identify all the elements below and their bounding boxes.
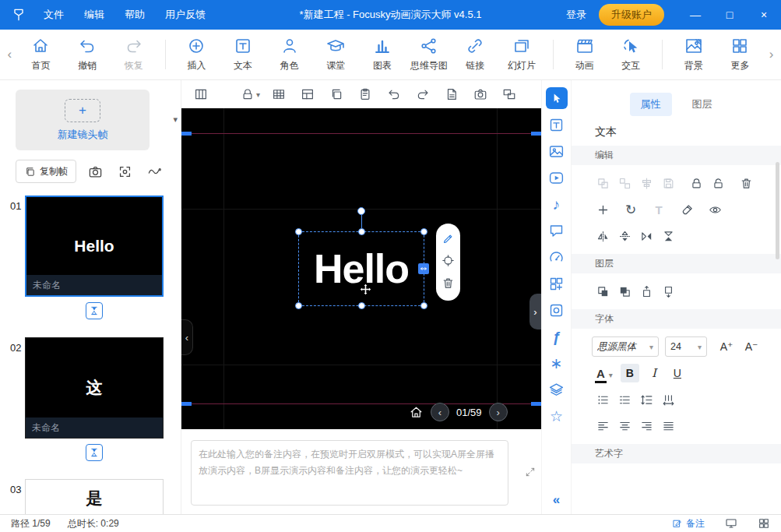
paste-button[interactable] — [358, 87, 372, 101]
bring-forward-button[interactable] — [636, 281, 656, 301]
upgrade-account-button[interactable]: 升级账户 — [599, 4, 664, 26]
copy-button[interactable] — [329, 87, 343, 101]
close-button[interactable]: × — [747, 0, 781, 30]
font-family-select[interactable]: 思源黑体 ▾ — [592, 336, 659, 357]
effects-tool[interactable]: ∗ — [542, 350, 571, 376]
resize-handle[interactable] — [358, 302, 365, 309]
screenshot-button[interactable] — [473, 87, 487, 101]
favorites-tool[interactable]: ☆ — [542, 403, 571, 429]
align-center-button[interactable] — [614, 416, 635, 436]
new-frame-button[interactable]: + 新建镜头帧 — [16, 90, 150, 150]
notes-toggle[interactable]: 备注 — [672, 517, 705, 530]
align-right-button[interactable] — [636, 416, 656, 436]
focus-element-button[interactable] — [441, 254, 456, 270]
lock-element-button[interactable] — [686, 173, 706, 193]
prev-frame-button[interactable]: ‹ — [431, 403, 449, 421]
widget-tool[interactable] — [542, 297, 571, 323]
image-tool[interactable] — [542, 138, 571, 164]
toolbar-scroll-left-icon[interactable]: ‹ — [2, 47, 18, 62]
resize-handle[interactable] — [358, 228, 365, 235]
slides-button[interactable]: 幻灯片 — [501, 37, 542, 72]
character-button[interactable]: 角色 — [269, 37, 310, 72]
menu-edit[interactable]: 编辑 — [74, 0, 114, 30]
undo-button[interactable]: 撤销 — [67, 37, 107, 72]
decrease-font-button[interactable]: A⁻ — [741, 340, 762, 353]
edit-text-button[interactable] — [441, 232, 456, 248]
bring-to-front-button[interactable] — [593, 281, 613, 301]
tab-properties[interactable]: 属性 — [630, 93, 672, 116]
stretch-handle[interactable] — [418, 263, 429, 274]
menu-help[interactable]: 帮助 — [114, 0, 155, 30]
editing-canvas[interactable]: Hello ‹ › ‹ 01/59 › — [181, 108, 541, 429]
new-frame-caret-icon[interactable]: ▾ — [173, 115, 178, 125]
save-element-button[interactable] — [658, 173, 678, 193]
collapse-panel-button[interactable]: « — [553, 492, 560, 508]
align-justify-button[interactable] — [658, 416, 678, 436]
font-color-caret-icon[interactable]: ▾ — [609, 371, 613, 379]
minimize-button[interactable]: — — [678, 0, 712, 30]
lock-caret-icon[interactable]: ▾ — [256, 90, 260, 99]
resize-handle[interactable] — [420, 302, 427, 309]
dual-screen-icon[interactable] — [725, 517, 737, 530]
flip-vertical-button[interactable] — [614, 226, 635, 246]
tab-layers[interactable]: 图层 — [681, 93, 723, 116]
music-tool[interactable]: ♪ — [542, 191, 571, 217]
fit-frame-button[interactable] — [114, 160, 135, 183]
canvas-undo-button[interactable] — [387, 87, 401, 101]
italic-button[interactable]: I — [646, 366, 663, 380]
font-color-button[interactable]: A — [595, 367, 607, 380]
expand-notes-icon[interactable] — [525, 467, 536, 477]
video-tool[interactable] — [542, 164, 571, 191]
background-button[interactable]: 背景 — [674, 37, 714, 72]
formula-tool[interactable]: ƒ — [542, 323, 571, 350]
text-tool[interactable] — [542, 111, 571, 138]
text-button[interactable]: 文本 — [223, 37, 263, 72]
redo-button[interactable]: 恢复 — [114, 37, 154, 72]
layout-button[interactable] — [301, 87, 315, 101]
add-button[interactable] — [593, 199, 613, 220]
delete-element-button[interactable] — [736, 173, 756, 193]
multi-view-grid-icon[interactable] — [758, 517, 770, 530]
menu-feedback[interactable]: 用户反馈 — [155, 0, 216, 30]
collapse-sidebar-tab[interactable]: ‹ — [181, 319, 193, 355]
mindmap-button[interactable]: 思维导图 — [409, 37, 449, 72]
font-size-select[interactable]: 24 ▾ — [665, 336, 707, 357]
interaction-button[interactable]: 交互 — [610, 37, 651, 72]
align-left-button[interactable] — [593, 416, 613, 436]
replace-button[interactable]: ↻ — [621, 199, 641, 220]
path-mode-button[interactable] — [143, 160, 165, 183]
panel-scrollbar[interactable] — [776, 162, 779, 259]
text-mode-button[interactable]: T — [649, 199, 669, 220]
resize-handle[interactable] — [295, 302, 302, 309]
transition-duration-button[interactable] — [86, 444, 103, 461]
view-columns-button[interactable] — [194, 87, 208, 101]
more-button[interactable]: 更多 — [720, 37, 761, 72]
mirror-vertical-button[interactable] — [658, 226, 678, 246]
menu-file[interactable]: 文件 — [33, 0, 74, 30]
lock-elements-button[interactable] — [241, 87, 255, 101]
maximize-button[interactable]: □ — [712, 0, 747, 30]
link-button[interactable]: 链接 — [456, 37, 496, 72]
chart-button[interactable]: 图表 — [362, 37, 403, 72]
animation-button[interactable]: 动画 — [565, 37, 605, 72]
classroom-button[interactable]: 课堂 — [316, 37, 357, 72]
insert-button[interactable]: 插入 — [177, 37, 217, 72]
align-objects-button[interactable] — [636, 173, 656, 193]
select-tool[interactable] — [546, 87, 568, 109]
underline-button[interactable]: U — [669, 367, 686, 379]
timer-tool[interactable] — [542, 244, 571, 270]
resize-handle[interactable] — [420, 228, 427, 235]
dual-screen-button[interactable] — [502, 87, 516, 101]
mirror-horizontal-button[interactable] — [636, 226, 656, 246]
slide-thumbnail-1[interactable]: Hello 未命名 — [25, 196, 164, 297]
slide-thumbnail-3[interactable]: 是 — [25, 479, 164, 514]
notes-input[interactable] — [191, 440, 508, 506]
ungroup-button[interactable] — [614, 173, 635, 193]
first-frame-home-button[interactable] — [409, 405, 424, 420]
rotate-handle[interactable] — [357, 207, 365, 215]
comment-tool[interactable] — [542, 217, 571, 244]
screenshot-frame-button[interactable] — [84, 160, 106, 183]
export-document-button[interactable] — [445, 87, 459, 101]
group-button[interactable] — [593, 173, 613, 193]
next-frame-button[interactable]: › — [489, 403, 508, 421]
